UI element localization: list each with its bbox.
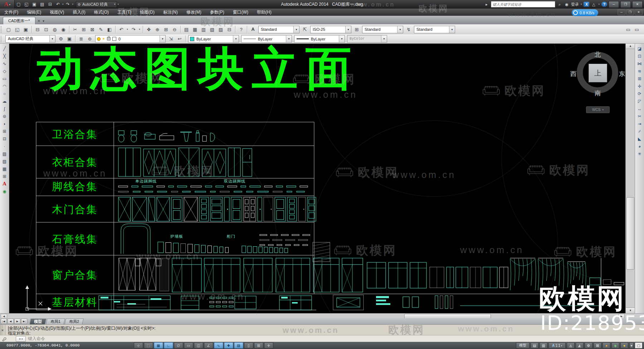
toolbar-extra2-icon[interactable]: ▭ (633, 25, 641, 34)
first-layout-icon[interactable]: |◀ (1, 319, 7, 324)
quick-properties-toggle[interactable]: ⊞ (254, 342, 263, 349)
preview-icon[interactable]: ⊡ (42, 25, 50, 34)
drawing-canvas[interactable]: 动态图块立面 北 西 东 南 上 WCS▾ 欧模网欧模网欧模网欧模网欧模网欧模网… (9, 43, 625, 313)
help-icon[interactable]: ? (601, 2, 607, 7)
copy-icon[interactable]: ⊞ (79, 25, 88, 34)
workspace-save-icon[interactable]: ▣ (65, 35, 74, 43)
login-caret-icon[interactable]: ▾ (581, 3, 582, 6)
caret-icon[interactable]: ▾ (138, 25, 141, 34)
trim-tool-icon[interactable]: ✂ (636, 112, 643, 120)
selection-cycling-toggle[interactable]: ✛ (264, 342, 273, 349)
tab-list-icon[interactable]: ▾ (43, 18, 44, 24)
search-input[interactable] (491, 1, 555, 8)
dimension-style-icon[interactable]: ⇱ (301, 25, 309, 34)
menu-0[interactable]: 文件(F) (0, 9, 23, 15)
chamfer-tool-icon[interactable]: ◣ (636, 135, 643, 142)
fillet-tool-icon[interactable]: ◕ (636, 142, 643, 150)
gradient-tool-icon[interactable]: ▧ (1, 157, 8, 165)
make-layer-current-icon[interactable]: ⇲ (167, 35, 175, 43)
markup-icon[interactable]: ▨ (216, 25, 225, 34)
explode-tool-icon[interactable]: ✳ (636, 150, 643, 157)
ortho-toggle[interactable]: ∟ (164, 342, 173, 349)
close-button[interactable]: ✕ (632, 1, 643, 8)
insert-block-tool-icon[interactable]: ⊞ (1, 127, 8, 135)
spline-tool-icon[interactable]: ∫ (1, 105, 8, 112)
properties-icon[interactable]: ▤ (182, 25, 191, 34)
polyline-tool-icon[interactable]: ∿ (1, 60, 8, 67)
mirror-tool-icon[interactable]: ⋈ (636, 60, 643, 67)
menu-1[interactable]: 编辑(E) (23, 9, 45, 15)
transparency-toggle[interactable]: ▯ (244, 342, 253, 349)
region-tool-icon[interactable]: ▦ (1, 165, 8, 173)
customize-wrench-icon[interactable] (1, 336, 6, 341)
save-icon[interactable]: ▣ (31, 1, 38, 8)
status-menu-icon[interactable]: ▾ (629, 342, 634, 349)
toolbar-grip[interactable] (1, 36, 3, 42)
plot-icon[interactable]: ◍ (50, 25, 59, 34)
array-tool-icon[interactable]: ⊞ (636, 75, 643, 82)
scroll-up-icon[interactable]: ▲ (626, 43, 635, 49)
multiline-text-tool-icon[interactable]: A (1, 180, 8, 188)
toolbar-extra-icon[interactable]: ▭ (624, 25, 633, 34)
undo-caret-icon[interactable]: ▾ (62, 3, 64, 6)
ellipse-arc-tool-icon[interactable]: ◗ (1, 120, 8, 127)
comm-caret-icon[interactable]: ▾ (598, 3, 600, 6)
create-block-tool-icon[interactable]: ⊟ (1, 135, 8, 142)
next-layout-icon[interactable]: ▶ (14, 319, 20, 324)
hatch-tool-icon[interactable]: ▨ (1, 150, 8, 157)
tab-close-icon[interactable]: ✕ (38, 18, 40, 24)
workspace-settings-icon[interactable]: ⚙ (57, 35, 65, 43)
plot-icon[interactable]: ⊟ (47, 1, 54, 8)
redo-icon[interactable]: ↷ (129, 25, 138, 34)
command-prompt-icon[interactable]: >▾ (16, 336, 26, 342)
offset-tool-icon[interactable]: ≋ (636, 67, 643, 75)
new-icon[interactable]: ▢ (4, 25, 13, 34)
undo-icon[interactable]: ↶ (117, 25, 126, 34)
extend-tool-icon[interactable]: ⇥ (636, 120, 643, 127)
multileader-style-combo[interactable]: Standard▼ (414, 26, 455, 33)
move-tool-icon[interactable]: ✢ (636, 82, 643, 90)
annotation-visibility-icon[interactable]: ◬ (567, 342, 575, 349)
layer-previous-icon[interactable]: ↩ (175, 35, 184, 43)
vertical-scrollbar[interactable]: ▲ ▼ (625, 43, 635, 313)
menu-2[interactable]: 视图(V) (45, 9, 68, 15)
construction-line-tool-icon[interactable]: ╳ (1, 52, 8, 60)
doc-minimize-button[interactable]: ─ (618, 9, 625, 15)
publish-icon[interactable]: ◉ (59, 25, 68, 34)
zoom-realtime-icon[interactable]: ⊕ (153, 25, 162, 34)
autoscale-icon[interactable]: ◭ (576, 342, 584, 349)
login-link[interactable]: 登录 (571, 2, 579, 7)
grid-toggle[interactable]: ⬚ (144, 342, 153, 349)
sheet-set-icon[interactable]: ▧ (208, 25, 216, 34)
point-tool-icon[interactable]: · (1, 142, 8, 150)
polar-toggle[interactable]: ∅ (174, 342, 183, 349)
snap-toggle[interactable]: ⊹ (134, 342, 143, 349)
layout-tab-模型[interactable]: 模型 (29, 319, 46, 324)
osnap-toggle[interactable]: ▭ (184, 342, 193, 349)
zoom-previous-icon[interactable]: ⊖ (170, 25, 179, 34)
open-file-icon[interactable]: ◱ (23, 1, 30, 8)
exchange-apps-icon[interactable]: X (584, 2, 589, 7)
command-grip-icon[interactable]: ⋮ (1, 325, 4, 329)
drawing-quickview-icon[interactable]: ▥ (540, 342, 547, 349)
toolbar-grip[interactable] (1, 26, 3, 33)
cut-icon[interactable]: ✂ (71, 25, 79, 34)
linetype-combo[interactable]: ByLayer▼ (241, 35, 292, 43)
table-style-combo[interactable]: Standard▼ (362, 26, 403, 33)
revision-cloud-tool-icon[interactable]: ☁ (1, 97, 8, 105)
copy-tool-icon[interactable]: ⊡ (636, 52, 643, 60)
tool-palettes-icon[interactable]: ▥ (199, 25, 208, 34)
line-tool-icon[interactable]: ╱ (1, 45, 8, 52)
pan-icon[interactable]: ✥ (145, 25, 153, 34)
vertical-scroll-thumb[interactable] (626, 197, 634, 270)
menu-6[interactable]: 绘图(D) (136, 9, 159, 15)
scale-tool-icon[interactable]: ◸ (636, 97, 643, 105)
quick-access-overflow-icon[interactable]: ▾ (117, 3, 119, 6)
workspace-combo[interactable]: AutoCAD 经典▼ (5, 35, 55, 43)
search-icon[interactable]: ⌕ (557, 2, 562, 7)
clean-screen-icon[interactable]: ▢ (635, 342, 643, 349)
layer-freeze-icon[interactable]: ☀ (102, 37, 105, 41)
menu-5[interactable]: 工具(T) (113, 9, 136, 15)
polygon-tool-icon[interactable]: ◇ (1, 67, 8, 75)
menu-10[interactable]: 窗口(W) (229, 9, 253, 15)
